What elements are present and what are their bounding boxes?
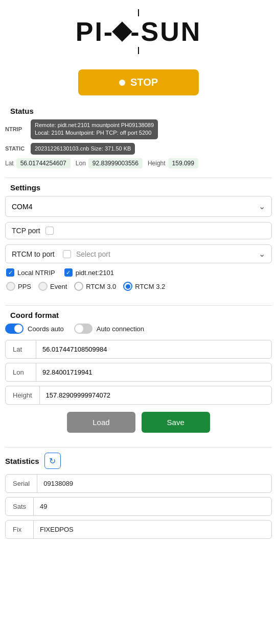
ntrip-label: NTRIP [5,126,27,132]
lat-field-label: Lat [6,340,36,358]
ntrip-checkbox-row: ✓ Local NTRIP ✓ pidt.net:2101 [5,268,272,277]
event-radio-icon[interactable] [38,282,48,291]
auto-connection-toggle-item: Auto connection [74,324,144,334]
radio-event[interactable]: Event [38,282,67,291]
fix-row: Fix FIXEDPOS [5,520,272,539]
rtcm32-radio-icon[interactable] [123,282,132,291]
tcp-label: TCP port [12,227,40,235]
lon-field-row: Lon [5,363,272,382]
local-ntrip-check-icon: ✓ [8,269,13,276]
statistics-section: Statistics ↻ Serial 09138089 Sats 49 Fix… [0,453,277,539]
sats-value: 49 [34,498,53,515]
static-badge: 20231226130103.cnb Size: 371.50 KB [31,143,135,155]
statistics-title: Statistics [5,457,39,465]
coord-format-section: Coord format Coords auto Auto connection… [0,311,277,445]
stats-title-row: Statistics ↻ [5,453,272,469]
pidt-item[interactable]: ✓ pidt.net:2101 [64,268,114,277]
stop-button[interactable]: STOP [78,69,199,95]
auto-connection-toggle[interactable] [74,324,93,334]
height-field-input[interactable] [40,386,271,404]
local-ntrip-checkbox[interactable]: ✓ [6,268,14,277]
port-select[interactable]: COM4 COM3 COM5 [6,197,252,216]
settings-section: Settings COM4 COM3 COM5 ⌄ TCP port RTCM … [0,183,277,303]
ntrip-status-row: NTRIP Remote: pidt.net:2101 mountpoint P… [5,119,272,139]
ntrip-line1: Remote: pidt.net:2101 mountpoint PH09138… [35,122,154,128]
logo-line-top [138,9,139,16]
fix-label: Fix [6,521,34,538]
lat-coord-item: Lat 56.01744254607 [5,158,71,168]
rtcm-select-arrow-icon: ⌄ [259,249,265,259]
serial-value: 09138089 [37,475,79,492]
coord-row: Lat 56.01744254607 Lon 92.83999003556 He… [5,158,272,168]
logo-text: PI- -SUN [0,16,277,47]
logo-diamond [112,21,132,42]
load-button[interactable]: Load [67,412,135,433]
btn-row: Load Save [5,412,272,433]
status-title: Status [5,107,272,119]
rtcm-checkbox[interactable] [63,250,71,258]
rtcm-port-row: RTCM to port Select port COM3 COM5 ⌄ [5,244,272,263]
coords-auto-toggle-item: Coords auto [5,324,64,334]
height-field-row: Height [5,386,272,405]
lon-coord-item: Lon 92.83999003556 [76,158,143,168]
refresh-icon: ↻ [49,456,56,466]
status-section: Status NTRIP Remote: pidt.net:2101 mount… [0,107,277,176]
lon-field-label: Lon [6,363,36,381]
stop-button-label: STOP [130,77,158,88]
radio-rtcm30[interactable]: RTCM 3.0 [74,282,116,291]
port-select-row: COM4 COM3 COM5 ⌄ [5,196,272,217]
rtcm-select-wrap: Select port COM3 COM5 ⌄ [76,249,265,259]
radio-pps[interactable]: PPS [6,282,31,291]
serial-row: Serial 09138089 [5,474,272,493]
lat-field-input[interactable] [36,340,271,358]
rtcm32-radio-label: RTCM 3.2 [135,283,165,290]
port-select-arrow-icon: ⌄ [252,196,271,216]
stop-dot-icon [119,80,125,86]
tcp-input[interactable] [54,227,265,235]
rtcm30-radio-label: RTCM 3.0 [86,283,116,290]
sats-row: Sats 49 [5,497,272,516]
rtcm32-radio-dot [126,284,130,289]
pidt-check-icon: ✓ [66,269,71,276]
height-field-label: Height [6,386,40,404]
pps-radio-icon[interactable] [6,282,15,291]
coords-auto-label: Coords auto [28,325,64,333]
pidt-checkbox[interactable]: ✓ [64,268,73,277]
radio-rtcm32[interactable]: RTCM 3.2 [123,282,165,291]
save-button[interactable]: Save [142,412,210,433]
lon-field-input[interactable] [36,363,271,381]
rtcm30-radio-icon[interactable] [74,282,83,291]
pps-radio-label: PPS [18,283,31,290]
lat-value: 56.01744254607 [16,158,71,168]
refresh-button[interactable]: ↻ [44,453,61,469]
ntrip-line2: Local: 2101 Mountpoint: PH TCP: off port… [35,130,151,136]
coords-auto-toggle[interactable] [5,324,24,334]
divider-2 [5,305,272,306]
coord-format-title: Coord format [5,311,272,324]
serial-label: Serial [6,475,37,492]
ntrip-badge: Remote: pidt.net:2101 mountpoint PH09138… [31,119,158,139]
lon-label: Lon [76,160,86,167]
divider-3 [5,447,272,448]
pidt-label: pidt.net:2101 [76,269,114,277]
radio-row: PPS Event RTCM 3.0 RTCM 3.2 [5,282,272,291]
event-radio-label: Event [50,283,67,290]
rtcm-label: RTCM to port [12,250,58,258]
lat-field-row: Lat [5,340,272,359]
static-status-row: STATIC 20231226130103.cnb Size: 371.50 K… [5,143,272,155]
lat-label: Lat [5,160,14,167]
tcp-checkbox[interactable] [45,227,54,235]
local-ntrip-label: Local NTRIP [17,269,55,277]
local-ntrip-item[interactable]: ✓ Local NTRIP [6,268,55,277]
stop-button-wrap: STOP [0,59,277,107]
settings-title: Settings [5,183,272,196]
fix-value: FIXEDPOS [34,521,80,538]
logo-section: PI- -SUN [0,0,277,59]
sats-label: Sats [6,498,34,515]
divider-1 [5,178,272,178]
static-label: STATIC [5,145,27,152]
height-value: 159.099 [168,158,198,168]
tcp-port-row: TCP port [5,222,272,239]
rtcm-port-select[interactable]: Select port COM3 COM5 [76,250,259,258]
height-coord-item: Height 159.099 [148,158,198,168]
